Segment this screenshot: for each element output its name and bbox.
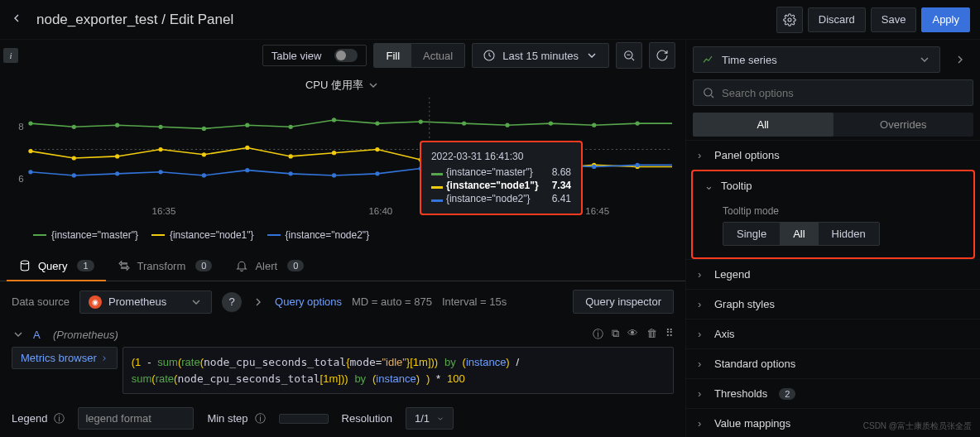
info-icon[interactable]: ⓘ bbox=[54, 411, 65, 426]
options-search-input[interactable] bbox=[722, 87, 964, 99]
section-standard-options[interactable]: ›Standard options bbox=[686, 348, 980, 378]
section-label: Legend bbox=[714, 268, 750, 281]
query-ref-id[interactable]: A bbox=[33, 329, 45, 341]
legend-item[interactable]: {instance="node2"} bbox=[267, 229, 370, 241]
svg-point-9 bbox=[115, 123, 119, 127]
svg-point-43 bbox=[289, 171, 293, 175]
query-inspector-button[interactable]: Query inspector bbox=[573, 290, 674, 314]
chevron-right-icon[interactable] bbox=[252, 295, 265, 309]
svg-point-0 bbox=[788, 18, 791, 22]
legend-label: {instance="node2"} bbox=[286, 229, 370, 241]
query-editor[interactable]: (1 - sum(rate(node_cpu_seconds_total{mod… bbox=[122, 347, 674, 394]
chevron-down-icon[interactable] bbox=[367, 79, 380, 92]
section-label: Value mappings bbox=[714, 417, 790, 430]
section-label: Thresholds bbox=[714, 387, 767, 400]
section-graph-styles[interactable]: ›Graph styles bbox=[686, 289, 980, 319]
legend-item[interactable]: {instance="master"} bbox=[33, 229, 138, 241]
svg-point-16 bbox=[419, 119, 423, 123]
tooltip-series-value: 7.34 bbox=[552, 180, 571, 191]
zoom-out-button[interactable] bbox=[616, 42, 642, 69]
metrics-browser-button[interactable]: Metrics browser bbox=[12, 347, 118, 369]
tooltip-mode-all[interactable]: All bbox=[780, 223, 818, 245]
svg-point-12 bbox=[245, 123, 249, 127]
svg-point-42 bbox=[245, 168, 249, 172]
tab-overrides[interactable]: Overrides bbox=[833, 113, 974, 137]
section-label: Axis bbox=[714, 328, 735, 340]
apply-button[interactable]: Apply bbox=[921, 7, 970, 32]
tooltip-mode-group: Single All Hidden bbox=[723, 222, 880, 246]
tooltip-series-label: {instance="master"} bbox=[446, 166, 533, 178]
fill-button[interactable]: Fill bbox=[374, 44, 411, 67]
query-source: (Prometheus) bbox=[53, 329, 118, 341]
options-search[interactable] bbox=[693, 79, 973, 106]
svg-point-8 bbox=[72, 125, 76, 129]
visualization-picker[interactable]: Time series bbox=[693, 46, 940, 73]
fit-toggle: Fill Actual bbox=[373, 43, 465, 68]
svg-point-39 bbox=[115, 171, 119, 175]
chevron-down-icon bbox=[918, 53, 931, 66]
section-panel-options[interactable]: ›Panel options bbox=[686, 140, 980, 170]
section-label: Panel options bbox=[714, 149, 780, 161]
chevron-down-icon[interactable] bbox=[12, 328, 25, 341]
info-icon[interactable]: i bbox=[3, 48, 18, 63]
legend-item[interactable]: {instance="node1"} bbox=[151, 229, 254, 241]
svg-text:16:40: 16:40 bbox=[368, 206, 392, 216]
search-icon bbox=[702, 86, 715, 99]
badge: 1 bbox=[77, 260, 94, 271]
drag-handle-icon[interactable]: ⠿ bbox=[665, 327, 674, 342]
back-arrow[interactable] bbox=[10, 12, 23, 27]
badge: 2 bbox=[779, 388, 795, 400]
tab-label: Transform bbox=[137, 260, 186, 272]
svg-point-27 bbox=[245, 146, 249, 150]
svg-point-56 bbox=[704, 89, 712, 96]
save-button[interactable]: Save bbox=[871, 7, 917, 32]
trash-icon[interactable]: 🗑 bbox=[646, 327, 657, 342]
badge: 0 bbox=[195, 260, 212, 271]
tab-query[interactable]: Query1 bbox=[7, 251, 106, 281]
legend-input[interactable]: legend format bbox=[78, 407, 194, 430]
svg-point-29 bbox=[332, 151, 336, 155]
copy-icon[interactable]: ⧉ bbox=[612, 327, 619, 342]
legend-label: {instance="master"} bbox=[51, 229, 138, 241]
refresh-button[interactable] bbox=[649, 42, 675, 69]
info-icon[interactable]: ⓘ bbox=[255, 411, 266, 426]
tab-label: Query bbox=[38, 260, 67, 272]
table-view-toggle[interactable]: Table view bbox=[262, 45, 368, 66]
eye-icon[interactable]: 👁 bbox=[627, 327, 638, 342]
resolution-select[interactable]: 1/1 bbox=[406, 407, 454, 430]
time-range-button[interactable]: Last 15 minutes bbox=[472, 43, 609, 68]
query-options-link[interactable]: Query options bbox=[275, 295, 342, 308]
section-tooltip[interactable]: ⌄Tooltip bbox=[693, 171, 973, 200]
actual-button[interactable]: Actual bbox=[411, 44, 464, 67]
svg-point-19 bbox=[549, 121, 553, 125]
switch[interactable] bbox=[334, 49, 358, 62]
tooltip-mode-single[interactable]: Single bbox=[723, 223, 780, 245]
tooltip-mode-hidden[interactable]: Hidden bbox=[819, 223, 879, 245]
section-thresholds[interactable]: ›Thresholds2 bbox=[686, 378, 980, 408]
tab-label: Alert bbox=[255, 260, 277, 272]
section-axis[interactable]: ›Axis bbox=[686, 319, 980, 348]
timeseries-icon bbox=[702, 53, 715, 66]
discard-button[interactable]: Discard bbox=[808, 7, 866, 32]
datasource-picker[interactable]: ◉ Prometheus bbox=[79, 291, 212, 314]
svg-point-55 bbox=[21, 261, 28, 264]
help-icon[interactable]: ? bbox=[222, 292, 242, 312]
svg-point-24 bbox=[115, 154, 119, 158]
tab-all[interactable]: All bbox=[693, 113, 833, 137]
md-label: MD = auto = 875 bbox=[352, 295, 432, 308]
section-label: Graph styles bbox=[714, 298, 775, 310]
section-legend[interactable]: ›Legend bbox=[686, 259, 980, 289]
svg-point-45 bbox=[375, 171, 379, 175]
help-icon[interactable]: ⓘ bbox=[593, 327, 603, 342]
tab-alert[interactable]: Alert0 bbox=[223, 251, 315, 281]
minstep-label: Min step bbox=[207, 412, 247, 425]
tab-transform[interactable]: Transform0 bbox=[106, 251, 224, 281]
settings-button[interactable] bbox=[776, 7, 803, 33]
collapse-sidebar-icon[interactable] bbox=[947, 46, 973, 73]
svg-point-50 bbox=[592, 165, 596, 169]
minstep-input[interactable] bbox=[279, 414, 329, 424]
panel: CPU 使用率 8 6 16:35 16:40 16:45 bbox=[0, 71, 685, 226]
svg-point-22 bbox=[28, 149, 32, 153]
chevron-right-icon bbox=[100, 354, 108, 363]
legend-label: {instance="node1"} bbox=[170, 229, 254, 241]
